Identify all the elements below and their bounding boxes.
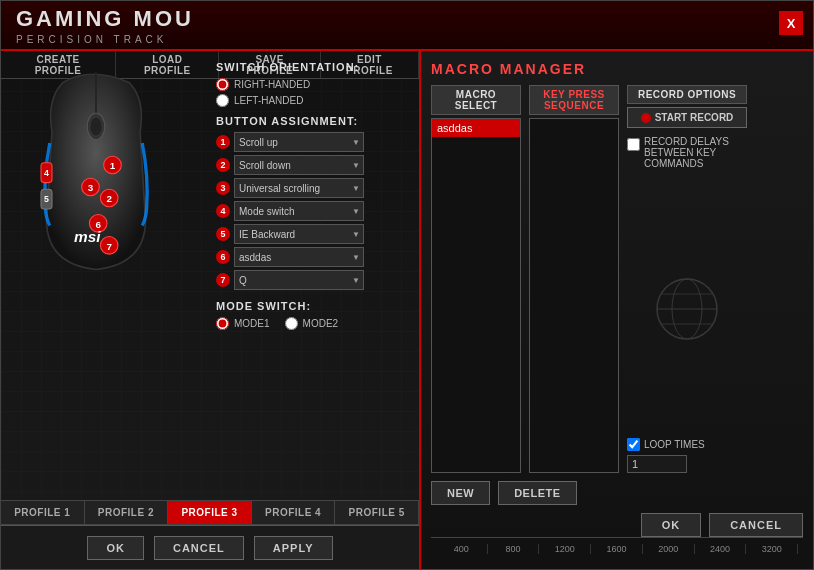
button-5-select[interactable]: IE Backward	[234, 224, 364, 244]
svg-text:4: 4	[44, 168, 49, 178]
loop-times-checkbox[interactable]	[627, 438, 640, 451]
svg-text:2: 2	[106, 193, 112, 204]
select-wrapper-5: IE Backward	[234, 224, 364, 244]
macro-bottom-buttons: NEW DELETE	[431, 481, 803, 505]
app-title: GAMING MOU	[16, 6, 194, 32]
button-7-select[interactable]: Q	[234, 270, 364, 290]
button-6-select[interactable]: asddas	[234, 247, 364, 267]
settings-panel: SWITCH ORIENTATION: RIGHT-HANDED LEFT-HA…	[216, 61, 414, 333]
app-subtitle: PERCISION TRACK	[16, 34, 194, 45]
delete-macro-button[interactable]: DELETE	[498, 481, 576, 505]
button-num-3: 3	[216, 181, 230, 195]
svg-text:5: 5	[44, 194, 49, 204]
close-button[interactable]: X	[779, 11, 803, 35]
macro-select-column: MACRO SELECT asddas	[431, 85, 521, 473]
mouse-svg: 1 3 2 6 7	[21, 66, 171, 286]
macro-ok-cancel: OK CANCEL	[431, 513, 803, 537]
mode1-radio[interactable]	[216, 317, 229, 330]
button-2-select[interactable]: Scroll down	[234, 155, 364, 175]
timeline-marker-1600: 1600	[591, 544, 643, 554]
mode1-label: MODE1	[234, 318, 270, 329]
key-press-sequence-column: KEY PRESS SEQUENCE	[529, 85, 619, 473]
new-macro-button[interactable]: NEW	[431, 481, 490, 505]
timeline-marker-800: 800	[488, 544, 540, 554]
select-wrapper-2: Scroll down	[234, 155, 364, 175]
select-wrapper-1: Scroll up	[234, 132, 364, 152]
button-rows: 1 Scroll up 2 Scroll down 3 Universal sc…	[216, 132, 414, 290]
timeline-marker-1200: 1200	[539, 544, 591, 554]
timeline-marker-3200: 3200	[746, 544, 798, 554]
button-num-1: 1	[216, 135, 230, 149]
button-1-select[interactable]: Scroll up	[234, 132, 364, 152]
left-panel: CREATE PROFILE LOAD PROFILE SAVE PROFILE…	[1, 51, 421, 569]
key-press-sequence-header: KEY PRESS SEQUENCE	[529, 85, 619, 115]
timeline-marker-2000: 2000	[643, 544, 695, 554]
globe-graphic	[627, 179, 747, 438]
button-3-select[interactable]: Universal scrolling	[234, 178, 364, 198]
button-num-4: 4	[216, 204, 230, 218]
apply-button[interactable]: APPLY	[254, 536, 333, 560]
button-row-4: 4 Mode switch	[216, 201, 414, 221]
profile-bar: PROFILE 1 PROFILE 2 PROFILE 3 PROFILE 4 …	[1, 500, 419, 525]
select-wrapper-6: asddas	[234, 247, 364, 267]
ok-button[interactable]: OK	[87, 536, 144, 560]
profile-4-button[interactable]: PROFILE 4	[252, 501, 336, 524]
start-record-label: START RECORD	[655, 112, 734, 123]
profile-3-button[interactable]: PROFILE 3	[168, 501, 252, 524]
select-wrapper-3: Universal scrolling	[234, 178, 364, 198]
mode2-option[interactable]: MODE2	[285, 317, 339, 330]
left-handed-option[interactable]: LEFT-HANDED	[216, 94, 414, 107]
button-num-7: 7	[216, 273, 230, 287]
record-options-header: RECORD OPTIONS	[627, 85, 747, 104]
cancel-button[interactable]: CANCEL	[154, 536, 244, 560]
left-handed-radio[interactable]	[216, 94, 229, 107]
profile-2-button[interactable]: PROFILE 2	[85, 501, 169, 524]
record-delays-row: RECORD DELAYS BETWEEN KEY COMMANDS	[627, 136, 747, 169]
record-dot-icon	[641, 113, 651, 123]
right-handed-option[interactable]: RIGHT-HANDED	[216, 78, 414, 91]
macro-list[interactable]: asddas	[431, 118, 521, 473]
left-handed-label: LEFT-HANDED	[234, 95, 303, 106]
macro-columns: MACRO SELECT asddas KEY PRESS SEQUENCE R…	[431, 85, 803, 473]
svg-text:msi: msi	[74, 228, 101, 245]
macro-select-header: MACRO SELECT	[431, 85, 521, 115]
mode-radio-row: MODE1 MODE2	[216, 317, 414, 333]
select-wrapper-7: Q	[234, 270, 364, 290]
svg-point-2	[91, 118, 102, 136]
mode2-label: MODE2	[303, 318, 339, 329]
svg-text:7: 7	[106, 241, 112, 252]
loop-times-label: LOOP TIMES	[644, 439, 705, 450]
record-options-column: RECORD OPTIONS START RECORD RECORD DELAY…	[627, 85, 747, 473]
button-num-6: 6	[216, 250, 230, 264]
right-handed-radio[interactable]	[216, 78, 229, 91]
button-row-7: 7 Q	[216, 270, 414, 290]
start-record-button[interactable]: START RECORD	[627, 107, 747, 128]
button-row-2: 2 Scroll down	[216, 155, 414, 175]
button-4-select[interactable]: Mode switch	[234, 201, 364, 221]
macro-ok-button[interactable]: OK	[641, 513, 702, 537]
macro-manager-title: MACRO MANAGER	[431, 61, 803, 77]
macro-cancel-button[interactable]: CANCEL	[709, 513, 803, 537]
right-panel: MACRO MANAGER MACRO SELECT asddas KEY PR…	[421, 51, 813, 569]
mode2-radio[interactable]	[285, 317, 298, 330]
svg-text:3: 3	[88, 182, 94, 193]
switch-orientation-title: SWITCH ORIENTATION:	[216, 61, 414, 73]
content-area: CREATE PROFILE LOAD PROFILE SAVE PROFILE…	[1, 51, 813, 569]
loop-times-input[interactable]: 1	[627, 455, 687, 473]
button-row-1: 1 Scroll up	[216, 132, 414, 152]
profile-5-button[interactable]: PROFILE 5	[335, 501, 419, 524]
record-delays-checkbox[interactable]	[627, 138, 640, 151]
macro-item-asddas[interactable]: asddas	[432, 119, 520, 137]
record-delays-label: RECORD DELAYS BETWEEN KEY COMMANDS	[644, 136, 747, 169]
profile-1-button[interactable]: PROFILE 1	[1, 501, 85, 524]
timeline-marker-400: 400	[436, 544, 488, 554]
button-num-5: 5	[216, 227, 230, 241]
bottom-bar: OK CANCEL APPLY	[1, 525, 419, 569]
loop-times-row: LOOP TIMES	[627, 438, 747, 451]
button-assignment-title: BUTTON ASSIGNMENT:	[216, 115, 414, 127]
button-row-3: 3 Universal scrolling	[216, 178, 414, 198]
right-handed-label: RIGHT-HANDED	[234, 79, 310, 90]
key-press-sequence-list[interactable]	[529, 118, 619, 473]
mode1-option[interactable]: MODE1	[216, 317, 270, 330]
mouse-illustration: 1 3 2 6 7	[11, 61, 231, 291]
